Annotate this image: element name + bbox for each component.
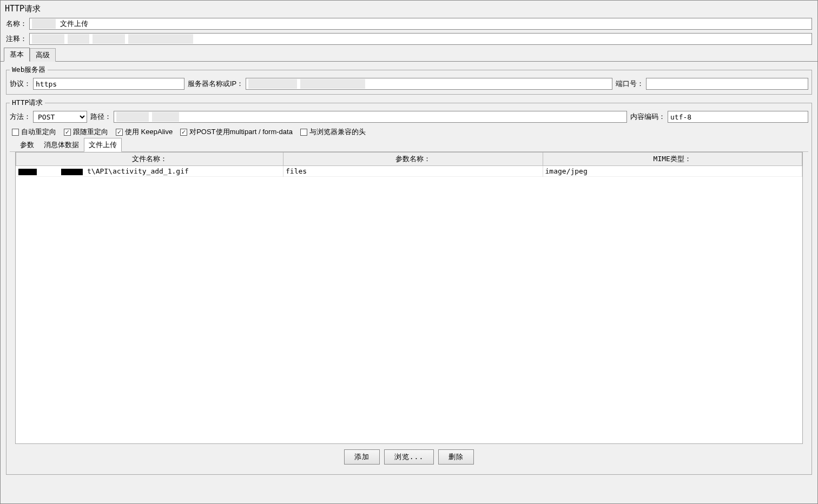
file-upload-table: 文件名称： 参数名称： MIME类型： t\API\activity_add_1… <box>16 152 802 177</box>
checkbox-box[interactable]: ✓ <box>116 129 123 136</box>
redacted-text <box>128 34 193 44</box>
checkbox-label: 自动重定向 <box>21 127 56 137</box>
sub-tab-body[interactable]: 消息体数据 <box>39 138 84 152</box>
cell-file-suffix: t\API\activity_add_1.gif <box>87 167 189 175</box>
browse-button[interactable]: 浏览... <box>384 449 434 465</box>
sub-tab-file-upload[interactable]: 文件上传 <box>84 138 122 152</box>
method-label: 方法： <box>10 112 31 122</box>
redacted-name-prefix <box>32 19 56 29</box>
checkbox-box[interactable] <box>300 129 307 136</box>
tab-basic[interactable]: 基本 <box>4 48 30 62</box>
redacted-text <box>32 34 64 44</box>
checkbox-browser-headers[interactable]: 与浏览器兼容的头 <box>300 127 366 137</box>
checkbox-label: 跟随重定向 <box>73 127 108 137</box>
http-request-panel: HTTP请求 名称： 文件上传 注释： 基本 高级 Web服务器 协议： 服务器… <box>0 0 818 504</box>
col-header-mime[interactable]: MIME类型： <box>543 152 802 166</box>
checkbox-label: 对POST使用multipart / form-data <box>189 127 293 137</box>
checkbox-multipart[interactable]: ✓ 对POST使用multipart / form-data <box>180 127 293 137</box>
redacted-text <box>116 112 149 122</box>
name-label: 名称： <box>6 19 27 29</box>
checkbox-label: 与浏览器兼容的头 <box>309 127 366 137</box>
redacted-text <box>152 112 179 122</box>
col-header-param[interactable]: 参数名称： <box>283 152 543 166</box>
checkbox-keepalive[interactable]: ✓ 使用 KeepAlive <box>116 127 173 137</box>
sub-tab-strip: 参数 消息体数据 文件上传 <box>10 140 808 152</box>
sub-tab-params[interactable]: 参数 <box>15 138 39 152</box>
checkbox-label: 使用 KeepAlive <box>125 127 173 137</box>
main-tab-strip: 基本 高级 <box>1 50 817 62</box>
window-title: HTTP请求 <box>1 1 817 16</box>
protocol-input[interactable] <box>33 78 184 90</box>
http-request-legend: HTTP请求 <box>10 98 45 108</box>
checkbox-box[interactable] <box>12 129 19 136</box>
button-row: 添加 浏览... 删除 <box>10 444 808 470</box>
path-label: 路径： <box>90 112 111 122</box>
server-label: 服务器名称或IP： <box>188 79 243 89</box>
checkbox-box[interactable]: ✓ <box>64 129 71 136</box>
redacted-gap <box>41 169 57 175</box>
protocol-label: 协议： <box>10 79 31 89</box>
cell-param[interactable]: files <box>283 166 543 177</box>
port-label: 端口号： <box>616 79 644 89</box>
http-request-group: HTTP请求 方法： POST 路径： 内容编码： <box>6 98 812 475</box>
col-header-file[interactable]: 文件名称： <box>16 152 283 166</box>
cell-mime[interactable]: image/jpeg <box>543 166 802 177</box>
web-server-group: Web服务器 协议： 服务器名称或IP： 端口号： <box>6 65 812 95</box>
table-row[interactable]: t\API\activity_add_1.gif files image/jpe… <box>16 166 802 177</box>
name-value-suffix: 文件上传 <box>60 19 88 29</box>
cell-file[interactable]: t\API\activity_add_1.gif <box>16 166 283 177</box>
checkbox-row: 自动重定向 ✓ 跟随重定向 ✓ 使用 KeepAlive ✓ 对POST使用mu… <box>10 123 808 137</box>
redacted-text <box>68 34 89 44</box>
web-server-legend: Web服务器 <box>10 65 48 75</box>
server-input[interactable] <box>246 78 612 90</box>
comment-label: 注释： <box>6 34 27 44</box>
redacted-block <box>18 169 37 175</box>
delete-button[interactable]: 删除 <box>438 449 474 465</box>
table-header-row: 文件名称： 参数名称： MIME类型： <box>16 152 802 166</box>
file-upload-table-wrap: 文件名称： 参数名称： MIME类型： t\API\activity_add_1… <box>15 152 803 444</box>
checkbox-auto-redirect[interactable]: 自动重定向 <box>12 127 56 137</box>
redacted-text <box>300 79 365 89</box>
tab-advanced[interactable]: 高级 <box>30 48 56 62</box>
checkbox-follow-redirect[interactable]: ✓ 跟随重定向 <box>64 127 108 137</box>
encoding-label: 内容编码： <box>630 112 665 122</box>
redacted-text <box>248 79 297 89</box>
checkbox-box[interactable]: ✓ <box>180 129 187 136</box>
redacted-text <box>93 34 125 44</box>
encoding-input[interactable] <box>668 111 808 123</box>
name-input[interactable]: 文件上传 <box>29 18 812 30</box>
add-button[interactable]: 添加 <box>344 449 380 465</box>
port-input[interactable] <box>646 78 808 90</box>
comment-input[interactable] <box>29 33 812 45</box>
path-input[interactable] <box>114 111 627 123</box>
method-select[interactable]: POST <box>33 111 87 123</box>
redacted-block <box>61 169 83 175</box>
